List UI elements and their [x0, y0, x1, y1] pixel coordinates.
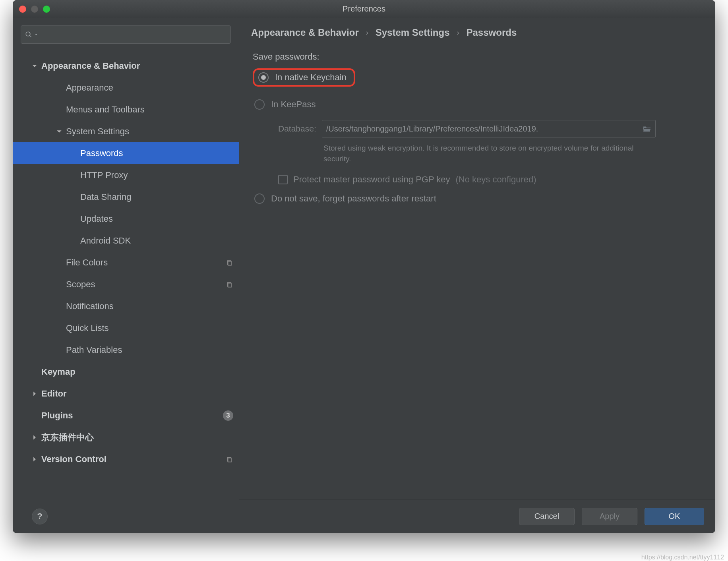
crumb-root: Appearance & Behavior — [251, 27, 359, 38]
database-row: Database: — [278, 120, 702, 137]
chevron-down-icon — [56, 129, 62, 134]
sidebar-item-system-settings[interactable]: System Settings — [13, 120, 239, 142]
radio-native-keychain[interactable] — [258, 72, 269, 83]
breadcrumb: Appearance & Behavior › System Settings … — [239, 18, 715, 46]
sidebar-item-http-proxy[interactable]: HTTP Proxy — [13, 164, 239, 186]
help-button[interactable]: ? — [32, 509, 48, 524]
sidebar-item-label: Menus and Toolbars — [66, 104, 145, 115]
sidebar-item-notifications[interactable]: Notifications — [13, 295, 239, 317]
chevron-right-icon: › — [457, 29, 459, 37]
database-field[interactable] — [322, 120, 656, 137]
chevron-down-icon — [32, 63, 37, 69]
per-project-icon — [225, 280, 233, 288]
protect-note: (No keys configured) — [456, 174, 536, 185]
titlebar: Preferences — [13, 0, 715, 18]
radio-keepass[interactable] — [254, 99, 265, 110]
footer: Cancel Apply OK — [239, 499, 715, 533]
sidebar-item-[interactable]: 京东插件中心 — [13, 426, 239, 448]
sidebar-item-file-colors[interactable]: File Colors — [13, 251, 239, 273]
sidebar-item-label: Appearance & Behavior — [41, 61, 140, 71]
sidebar-item-label: Data Sharing — [80, 192, 131, 202]
main-panel: Appearance & Behavior › System Settings … — [239, 18, 715, 533]
sidebar-item-label: Appearance — [66, 83, 113, 93]
radio-row-donotsave[interactable]: Do not save, forget passwords after rest… — [254, 193, 702, 204]
sidebar-item-label: Updates — [80, 214, 113, 224]
sidebar-item-version-control[interactable]: Version Control — [13, 448, 239, 470]
sidebar-item-label: Keymap — [41, 367, 76, 377]
search-field[interactable] — [21, 25, 231, 44]
chevron-right-icon — [32, 457, 37, 462]
sidebar-item-scopes[interactable]: Scopes — [13, 273, 239, 295]
search-input[interactable] — [39, 30, 227, 39]
folder-open-icon[interactable] — [643, 125, 651, 132]
sidebar-item-label: HTTP Proxy — [80, 170, 128, 180]
sidebar-item-label: 京东插件中心 — [41, 431, 94, 443]
apply-button[interactable]: Apply — [582, 508, 637, 525]
sidebar-item-quick-lists[interactable]: Quick Lists — [13, 317, 239, 339]
sidebar-item-data-sharing[interactable]: Data Sharing — [13, 186, 239, 208]
encryption-hint: Stored using weak encryption. It is reco… — [323, 143, 649, 164]
sidebar-item-label: Version Control — [41, 454, 106, 464]
crumb-mid: System Settings — [376, 27, 450, 38]
sidebar-item-appearance[interactable]: Appearance — [13, 77, 239, 99]
radio-row-keepass[interactable]: In KeePass — [254, 96, 702, 113]
chevron-right-icon: › — [366, 29, 368, 37]
sidebar-item-label: System Settings — [66, 126, 129, 137]
sidebar-item-keymap[interactable]: Keymap — [13, 361, 239, 383]
radio-do-not-save-label: Do not save, forget passwords after rest… — [271, 193, 436, 204]
sidebar-item-label: Editor — [41, 389, 67, 399]
sidebar-item-label: Path Variables — [66, 345, 122, 355]
sidebar-item-editor[interactable]: Editor — [13, 383, 239, 404]
per-project-icon — [225, 455, 233, 463]
sidebar-item-passwords[interactable]: Passwords — [13, 142, 239, 164]
radio-keepass-label: In KeePass — [271, 99, 316, 110]
window-minimize-button[interactable] — [31, 6, 38, 13]
sidebar-item-label: Passwords — [80, 148, 123, 159]
window-title: Preferences — [13, 4, 715, 14]
cancel-button[interactable]: Cancel — [519, 508, 575, 525]
sidebar-item-label: Scopes — [66, 279, 95, 290]
watermark-text: https://blog.csdn.net/ttyy1112 — [641, 554, 724, 561]
sidebar-item-path-variables[interactable]: Path Variables — [13, 339, 239, 361]
sidebar-item-label: Android SDK — [80, 236, 131, 246]
sidebar-item-label: Notifications — [66, 301, 114, 311]
section-label: Save passwords: — [253, 52, 702, 62]
search-icon — [25, 31, 32, 38]
highlight-annotation: In native Keychain — [253, 68, 355, 87]
protect-label: Protect master password using PGP key — [293, 174, 450, 185]
database-label: Database: — [278, 124, 316, 133]
preferences-window: Preferences Appearance & BehaviorAppeara… — [13, 0, 715, 533]
radio-native-keychain-label: In native Keychain — [275, 72, 347, 83]
sidebar-item-label: Plugins — [41, 410, 73, 421]
window-zoom-button[interactable] — [43, 6, 50, 13]
sidebar-item-android-sdk[interactable]: Android SDK — [13, 230, 239, 251]
sidebar-item-label: File Colors — [66, 257, 108, 268]
count-badge: 3 — [223, 410, 233, 421]
per-project-icon — [225, 259, 233, 267]
chevron-right-icon — [32, 391, 37, 397]
sidebar-item-menus-and-toolbars[interactable]: Menus and Toolbars — [13, 99, 239, 120]
ok-button[interactable]: OK — [645, 508, 704, 525]
crumb-leaf: Passwords — [467, 27, 517, 38]
sidebar: Appearance & BehaviorAppearanceMenus and… — [13, 18, 239, 533]
window-close-button[interactable] — [19, 6, 26, 13]
sidebar-item-appearance-behavior[interactable]: Appearance & Behavior — [13, 55, 239, 77]
protect-checkbox[interactable] — [278, 175, 288, 184]
traffic-lights — [19, 6, 50, 13]
settings-tree: Appearance & BehaviorAppearanceMenus and… — [13, 48, 239, 533]
sidebar-item-plugins[interactable]: Plugins3 — [13, 404, 239, 426]
sidebar-item-label: Quick Lists — [66, 323, 109, 333]
sidebar-item-updates[interactable]: Updates — [13, 208, 239, 230]
content-area: Save passwords: In native Keychain In Ke… — [239, 46, 715, 499]
chevron-down-icon — [34, 32, 39, 37]
database-input[interactable] — [326, 124, 643, 133]
radio-do-not-save[interactable] — [254, 193, 265, 204]
chevron-right-icon — [32, 435, 37, 440]
protect-row[interactable]: Protect master password using PGP key (N… — [278, 174, 702, 185]
